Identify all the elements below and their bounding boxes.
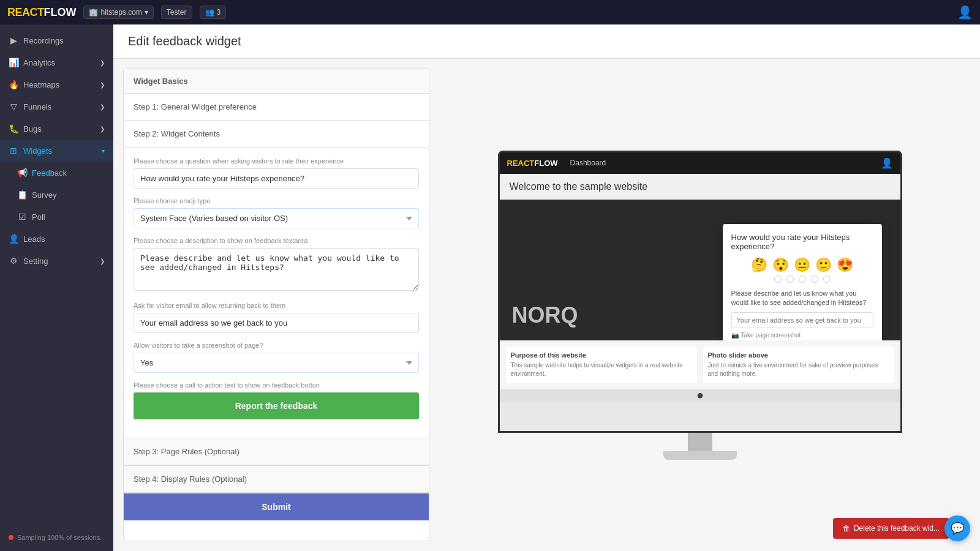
sidebar-item-heatmaps[interactable]: 🔥 Heatmaps ❯ [0, 73, 113, 96]
monitor-image-text: NORQ [512, 302, 578, 328]
monitor-dashboard-link: Dashboard [570, 159, 606, 167]
monitor-bottom-panels: Purpose of this website This sample webs… [500, 340, 900, 389]
screenshot-label: Allow visitors to take a screenshot of p… [134, 342, 419, 349]
sidebar-item-widgets[interactable]: ⊞ Widgets ▾ [0, 140, 113, 162]
step1-accordion: Step 1: General Widget preference [124, 94, 429, 121]
monitor-avatar-icon: 👤 [881, 157, 893, 169]
monitor-content: Welcome to the sample website NORQ How w… [500, 174, 900, 431]
funnels-arrow: ❯ [100, 103, 105, 110]
content-area: Widget Basics Step 1: General Widget pre… [113, 59, 980, 551]
question-input[interactable] [134, 168, 419, 189]
radio-row [731, 276, 873, 283]
monitor-screen: REACTFLOW Dashboard 👤 Welcome to the sam… [498, 151, 902, 433]
chat-fab-button[interactable]: 💬 [944, 515, 970, 541]
bottom-panel-2: Photo slider above Just to mimick a live… [703, 347, 894, 383]
radio-4[interactable] [811, 276, 818, 283]
sidebar-item-survey[interactable]: 📋 Survey [0, 184, 113, 206]
emoji-love[interactable]: 😍 [837, 257, 853, 273]
trash-icon: 🗑 [843, 524, 850, 533]
question-field-group: Please choose a question when asking vis… [134, 157, 419, 189]
email-field-group: Ask for visitor email to allow returning… [134, 302, 419, 333]
step3-accordion: Step 3: Page Rules (Optional) [124, 438, 429, 466]
sidebar-item-leads[interactable]: 👤 Leads [0, 228, 113, 250]
heatmaps-icon: 🔥 [9, 80, 18, 89]
analytics-arrow: ❯ [100, 59, 105, 66]
description-label: Please choose a description to show on f… [134, 237, 419, 244]
analytics-icon: 📊 [9, 58, 18, 67]
sidebar-item-recordings[interactable]: ▶ Recordings [0, 29, 113, 51]
radio-5[interactable] [823, 276, 831, 283]
emoji-neutral[interactable]: 😐 [794, 257, 810, 273]
emoji-type-field-group: Please choose emoji type System Face (Va… [134, 197, 419, 228]
app-body: ▶ Recordings 📊 Analytics ❯ 🔥 Heatmaps ❯ … [0, 24, 980, 551]
screenshot-camera-icon: 📷 [731, 332, 739, 339]
page-header: Edit feedback widget [113, 24, 980, 59]
feedback-icon: 📢 [17, 168, 27, 178]
page-title: Edit feedback widget [128, 34, 965, 48]
preview-panel: REACTFLOW Dashboard 👤 Welcome to the sam… [429, 69, 970, 541]
description-textarea[interactable]: Please describe and let us know what you… [134, 248, 419, 291]
emoji-surprised[interactable]: 😯 [772, 257, 789, 273]
cta-field-group: Please choose a call to action text to s… [134, 381, 419, 419]
monitor-dot-nav: ⚫ [500, 389, 900, 402]
emoji-thinking[interactable]: 🤔 [751, 257, 767, 273]
logo-flow: FLOW [44, 6, 77, 18]
sidebar-item-analytics[interactable]: 📊 Analytics ❯ [0, 51, 113, 73]
emoji-type-label: Please choose emoji type [134, 197, 419, 204]
widgets-arrow: ▾ [102, 148, 105, 154]
emoji-smile[interactable]: 🙂 [815, 257, 832, 273]
setting-arrow: ❯ [100, 258, 105, 264]
cta-preview-button[interactable]: Report the feedback [134, 392, 419, 419]
logo-react: REACT [7, 6, 44, 18]
team-badge[interactable]: 👥 3 [200, 6, 227, 19]
step4-accordion: Step 4: Display Rules (Optional) [124, 466, 429, 493]
monitor-topbar: REACTFLOW Dashboard 👤 [500, 152, 900, 174]
screenshot-select[interactable]: Yes No [134, 353, 419, 373]
radio-2[interactable] [786, 276, 794, 283]
monitor-stand-neck [688, 433, 712, 451]
sidebar-item-poll[interactable]: ☑ Poll [0, 206, 113, 228]
widget-basics-header: Widget Basics [124, 69, 429, 94]
description-field-group: Please choose a description to show on f… [134, 237, 419, 293]
sidebar-item-feedback[interactable]: 📢 Feedback [0, 162, 113, 184]
bottom-panel-1-text: This sample website helps to visualize w… [511, 361, 692, 378]
sidebar-item-funnels[interactable]: ▽ Funnels ❯ [0, 96, 113, 118]
sampling-dot [9, 535, 13, 540]
monitor-image-area: NORQ How would you rate your Hitsteps ex… [500, 200, 900, 340]
popup-question: How would you rate your Hitsteps experie… [731, 233, 873, 251]
sidebar-item-bugs[interactable]: 🐛 Bugs ❯ [0, 118, 113, 140]
bottom-panel-1-title: Purpose of this website [511, 351, 692, 359]
poll-icon: ☑ [17, 212, 27, 222]
step1-header[interactable]: Step 1: General Widget preference [124, 94, 429, 120]
sidebar-item-setting[interactable]: ⚙ Setting ❯ [0, 250, 113, 272]
logo: REACTFLOW [7, 6, 76, 19]
recordings-icon: ▶ [9, 36, 18, 45]
step2-content: Please choose a question when asking vis… [124, 147, 429, 438]
bottom-panel-2-text: Just to mimick a live environment for sa… [708, 361, 889, 378]
bottom-panel-2-title: Photo slider above [708, 351, 889, 359]
site-selector[interactable]: 🏢 hitsteps.com ▾ [83, 6, 153, 19]
step3-header[interactable]: Step 3: Page Rules (Optional) [124, 438, 429, 465]
email-label: Ask for visitor email to allow returning… [134, 302, 419, 309]
radio-3[interactable] [799, 276, 806, 283]
monitor-stand-base [663, 451, 737, 460]
popup-desc: Please describe and let us know what you… [731, 289, 873, 308]
email-input[interactable] [134, 313, 419, 333]
step2-header[interactable]: Step 2: Widget Contents [124, 121, 429, 147]
emoji-type-select[interactable]: System Face (Varies based on visitor OS)… [134, 208, 419, 228]
feedback-popup: How would you rate your Hitsteps experie… [723, 224, 882, 340]
widgets-icon: ⊞ [9, 146, 18, 156]
radio-1[interactable] [774, 276, 782, 283]
monitor-welcome: Welcome to the sample website [500, 174, 900, 200]
popup-email-input[interactable] [731, 312, 873, 328]
survey-icon: 📋 [17, 190, 27, 200]
step4-header[interactable]: Step 4: Display Rules (Optional) [124, 466, 429, 493]
cta-label: Please choose a call to action text to s… [134, 381, 419, 389]
bottom-panel-1: Purpose of this website This sample webs… [506, 347, 697, 383]
account-area: 👤 [957, 5, 973, 20]
monitor: REACTFLOW Dashboard 👤 Welcome to the sam… [498, 151, 902, 460]
account-icon[interactable]: 👤 [957, 6, 973, 19]
question-label: Please choose a question when asking vis… [134, 157, 419, 165]
submit-button[interactable]: Submit [124, 493, 429, 520]
delete-widget-button[interactable]: 🗑 Delete this feedback wid... [833, 518, 949, 539]
